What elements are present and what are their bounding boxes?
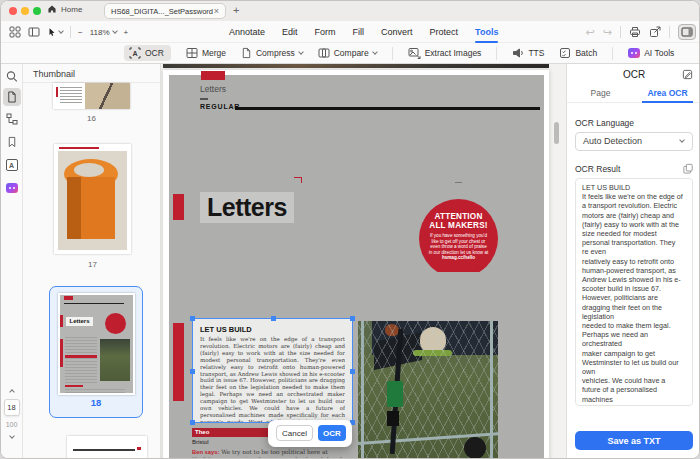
sidebar-toggle-icon[interactable] (28, 26, 40, 38)
next-page-button[interactable] (10, 436, 14, 438)
selection-handle[interactable] (350, 316, 355, 321)
selection-handle[interactable] (190, 369, 195, 374)
tab-home[interactable]: Home (47, 4, 82, 14)
page-17-thumbnail[interactable] (54, 144, 131, 254)
panel-detach-icon[interactable] (682, 69, 693, 80)
chicken-coop-photo (358, 321, 498, 459)
save-as-txt-button[interactable]: Save as TXT (575, 431, 693, 450)
minimize-window-button[interactable] (21, 7, 29, 15)
pdf-editor-window: Home HS68_DIGITA..._SetPassword × + − 11… (0, 0, 700, 459)
ocr-confirm-button[interactable]: OCR (318, 425, 346, 441)
main-menus: Annotate Edit Form Fill Convert Protect … (229, 21, 498, 43)
tool-ai-tools[interactable]: AI Tools (628, 48, 674, 58)
page-number-input[interactable]: 18 (4, 399, 20, 416)
thumb-decor (85, 83, 130, 109)
tool-merge[interactable]: Merge (186, 47, 226, 59)
tool-compare[interactable]: Compare (318, 47, 377, 59)
thumbnail-panel-icon[interactable] (3, 88, 21, 106)
ocr-area-selection[interactable]: LET US BUILD It feels like we're on the … (192, 318, 353, 423)
titlebar: Home HS68_DIGITA..._SetPassword × + (1, 1, 700, 21)
tool-compress-label: Compress (256, 48, 295, 58)
close-tab-icon[interactable]: × (214, 6, 219, 16)
search-icon[interactable] (5, 70, 18, 83)
divider (620, 26, 621, 38)
tool-tts[interactable]: TTS (512, 47, 544, 59)
selection-handle[interactable] (350, 369, 355, 374)
ai-assistant-icon[interactable] (6, 183, 18, 193)
undo-icon[interactable]: ↩ (586, 27, 595, 38)
badge-title-2: ALL MAKERS! (419, 221, 498, 230)
chevron-down-icon (58, 28, 64, 34)
badge-link: hsmag.cc/hello (419, 255, 498, 260)
bookmark-panel-icon[interactable] (6, 136, 17, 148)
selection-handle[interactable] (190, 316, 195, 321)
document-canvas[interactable]: Letters REGULAR Letters ATTENTION ALL MA… (161, 64, 566, 459)
attention-badge: ATTENTION ALL MAKERS! If you have someth… (419, 199, 498, 272)
print-icon[interactable] (629, 26, 641, 38)
menu-form[interactable]: Form (315, 27, 336, 37)
panel-layout-toggle-icon[interactable] (678, 24, 696, 40)
maximize-window-button[interactable] (33, 7, 41, 15)
menu-convert[interactable]: Convert (381, 27, 413, 37)
menu-edit[interactable]: Edit (282, 27, 298, 37)
ocr-mode-tabs: Page Area OCR (567, 86, 700, 103)
section-rule (235, 107, 540, 110)
page-18-thumbnail[interactable]: Letters 18 (49, 286, 143, 418)
divider (669, 26, 670, 38)
copy-result-icon[interactable] (683, 163, 693, 174)
divider (496, 47, 497, 60)
selection-handle[interactable] (190, 420, 195, 425)
tool-tts-label: TTS (528, 48, 544, 58)
thumbnail-panel-title: Thumbnail (33, 69, 75, 79)
tool-extract-images[interactable]: Extract Images (408, 47, 482, 59)
page-16-thumbnail[interactable] (53, 83, 130, 109)
thumb-decor (137, 447, 141, 450)
outline-panel-icon[interactable] (6, 113, 18, 125)
ocr-language-value: Auto Detection (583, 136, 642, 146)
previous-page-button[interactable] (10, 388, 14, 394)
compress-icon (241, 47, 252, 59)
tab-page-ocr[interactable]: Page (567, 86, 634, 102)
tab-area-ocr[interactable]: Area OCR (634, 86, 700, 102)
menu-tools[interactable]: Tools (475, 27, 498, 37)
chevron-down-icon (372, 49, 378, 55)
redo-icon[interactable]: ↪ (603, 27, 612, 38)
zoom-out-button[interactable]: − (78, 28, 83, 37)
tool-compress[interactable]: Compress (241, 47, 303, 59)
ocr-result-text[interactable]: LET US BUILD It feels like we're on the … (575, 178, 693, 406)
menu-fill[interactable]: Fill (353, 27, 365, 37)
share-export-icon[interactable] (649, 26, 661, 38)
tool-ocr[interactable]: A OCR (124, 45, 171, 61)
chevron-down-icon (112, 28, 118, 34)
close-window-button[interactable] (9, 7, 17, 15)
tool-extract-label: Extract Images (425, 48, 482, 58)
grid-view-icon[interactable] (9, 26, 21, 38)
thumb-decor (59, 147, 99, 149)
cancel-button[interactable]: Cancel (276, 425, 313, 441)
letter-body: It feels like we're on the edge of a tra… (200, 336, 345, 422)
zoom-level[interactable]: 118% (90, 28, 110, 37)
new-tab-button[interactable]: + (233, 4, 239, 16)
tab-document[interactable]: HS68_DIGITA..._SetPassword × (104, 3, 226, 19)
thumbnail-panel: Thumbnail 16 17 (23, 64, 161, 459)
letter-heading: LET US BUILD (200, 325, 345, 334)
tool-ocr-label: OCR (145, 48, 164, 58)
select-tool-button[interactable] (47, 27, 63, 38)
selection-handle[interactable] (271, 316, 276, 321)
editor-reply: Ben says: We try not to be too political… (192, 449, 355, 459)
page-17-label: 17 (54, 260, 131, 269)
annotation-panel-icon[interactable]: A (6, 159, 18, 171)
menu-annotate[interactable]: Annotate (229, 27, 265, 37)
badge-dash (455, 182, 462, 183)
red-bar (173, 194, 184, 220)
canvas-scrollbar[interactable] (554, 122, 559, 144)
menu-protect[interactable]: Protect (430, 27, 459, 37)
page-headline: Letters (200, 192, 294, 222)
page-19-thumbnail[interactable] (67, 436, 147, 459)
ocr-language-select[interactable]: Auto Detection (575, 132, 693, 151)
pdf-page-18[interactable]: Letters REGULAR Letters ATTENTION ALL MA… (163, 70, 549, 459)
zoom-in-button[interactable]: + (124, 28, 129, 37)
tool-batch[interactable]: Batch (559, 47, 597, 59)
ocr-confirm-popup: Cancel OCR (268, 420, 352, 447)
divider (612, 47, 613, 60)
